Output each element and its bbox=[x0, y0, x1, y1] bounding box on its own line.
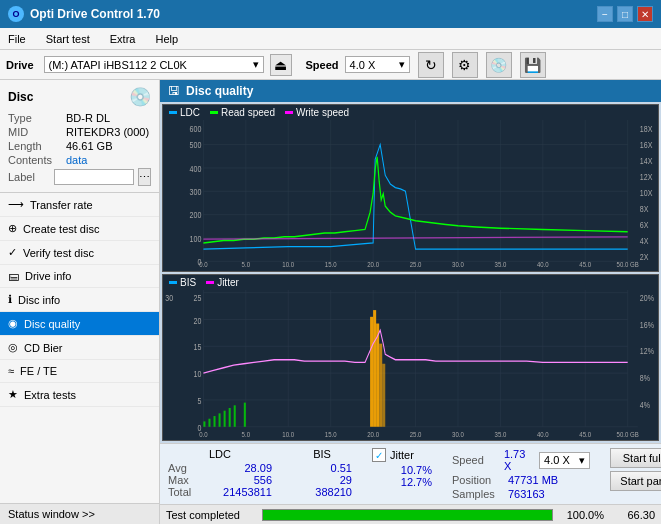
speed-select[interactable]: 4.0 X ▾ bbox=[345, 56, 410, 73]
disc-title: Disc bbox=[8, 90, 33, 104]
cd-bier-icon: ◎ bbox=[8, 341, 18, 354]
svg-text:15: 15 bbox=[194, 341, 202, 352]
disc-length-value: 46.61 GB bbox=[66, 140, 112, 152]
main-content: 🖫 Disc quality LDC Read speed bbox=[160, 80, 661, 524]
chart-title: Disc quality bbox=[186, 84, 253, 98]
progress-bar-fill bbox=[263, 510, 552, 520]
svg-text:10.0: 10.0 bbox=[282, 430, 294, 437]
speed-dropdown[interactable]: 4.0 X ▾ bbox=[539, 452, 590, 469]
samples-row: Samples 763163 bbox=[452, 488, 590, 500]
disc-label-browse-button[interactable]: ⋯ bbox=[138, 168, 151, 186]
svg-text:400: 400 bbox=[190, 164, 202, 174]
disc-contents-label: Contents bbox=[8, 154, 66, 166]
sidebar-item-fe-te[interactable]: ≈ FE / TE bbox=[0, 360, 159, 383]
progress-bar bbox=[262, 509, 553, 521]
drive-label: Drive bbox=[6, 59, 34, 71]
maximize-button[interactable]: □ bbox=[617, 6, 633, 22]
disc-type-label: Type bbox=[8, 112, 66, 124]
sidebar-item-transfer-rate[interactable]: ⟶ Transfer rate bbox=[0, 193, 159, 217]
lower-chart: BIS Jitter bbox=[162, 274, 659, 442]
nav-items: ⟶ Transfer rate ⊕ Create test disc ✓ Ver… bbox=[0, 193, 159, 503]
max-label: Max bbox=[168, 474, 206, 486]
window-controls: − □ ✕ bbox=[597, 6, 653, 22]
jitter-checkbox[interactable]: ✓ bbox=[372, 448, 386, 462]
sidebar-item-create-test-disc[interactable]: ⊕ Create test disc bbox=[0, 217, 159, 241]
disc-length-row: Length 46.61 GB bbox=[8, 140, 151, 152]
drive-settings-button[interactable]: ⚙ bbox=[452, 52, 478, 78]
svg-text:5: 5 bbox=[197, 394, 201, 405]
svg-text:16%: 16% bbox=[640, 318, 655, 329]
sidebar-item-extra-tests[interactable]: ★ Extra tests bbox=[0, 383, 159, 407]
menu-file[interactable]: File bbox=[4, 32, 30, 46]
svg-text:16X: 16X bbox=[640, 141, 653, 151]
transfer-rate-icon: ⟶ bbox=[8, 198, 24, 211]
legend-ldc: LDC bbox=[169, 107, 200, 118]
minimize-button[interactable]: − bbox=[597, 6, 613, 22]
position-label: Position bbox=[452, 474, 502, 486]
cd-bier-label: CD Bier bbox=[24, 342, 63, 354]
svg-text:100: 100 bbox=[190, 234, 202, 244]
speed-value: 4.0 X bbox=[350, 59, 376, 71]
sidebar-item-cd-bier[interactable]: ◎ CD Bier bbox=[0, 336, 159, 360]
bis-header: BIS bbox=[292, 448, 352, 460]
status-window-button[interactable]: Status window >> bbox=[0, 503, 159, 524]
menu-extra[interactable]: Extra bbox=[106, 32, 140, 46]
statusbar: Test completed 100.0% 66.30 bbox=[160, 504, 661, 524]
samples-value: 763163 bbox=[508, 488, 545, 500]
menu-help[interactable]: Help bbox=[151, 32, 182, 46]
sidebar-item-disc-info[interactable]: ℹ Disc info bbox=[0, 288, 159, 312]
legend-write-speed: Write speed bbox=[285, 107, 349, 118]
svg-rect-0 bbox=[163, 120, 658, 268]
chart-header: 🖫 Disc quality bbox=[160, 80, 661, 102]
drive-refresh-button[interactable]: ↻ bbox=[418, 52, 444, 78]
extra-tests-icon: ★ bbox=[8, 388, 18, 401]
svg-rect-88 bbox=[214, 416, 216, 427]
drive-info-icon: 🖴 bbox=[8, 270, 19, 282]
svg-rect-89 bbox=[219, 413, 221, 426]
drive-disc-button[interactable]: 💿 bbox=[486, 52, 512, 78]
sidebar-item-disc-quality[interactable]: ◉ Disc quality bbox=[0, 312, 159, 336]
sidebar-item-drive-info[interactable]: 🖴 Drive info bbox=[0, 265, 159, 288]
svg-text:45.0: 45.0 bbox=[579, 261, 591, 268]
svg-text:12X: 12X bbox=[640, 173, 653, 183]
titlebar-left: O Opti Drive Control 1.70 bbox=[8, 6, 160, 22]
svg-text:6X: 6X bbox=[640, 221, 649, 231]
svg-text:25.0: 25.0 bbox=[410, 430, 422, 437]
sidebar-item-verify-test-disc[interactable]: ✓ Verify test disc bbox=[0, 241, 159, 265]
ldc-total-value: 21453811 bbox=[212, 486, 272, 498]
ldc-dot bbox=[169, 111, 177, 114]
sidebar: Disc 💿 Type BD-R DL MID RITEKDR3 (000) L… bbox=[0, 80, 160, 524]
svg-text:5.0: 5.0 bbox=[242, 430, 250, 437]
upper-chart-legend: LDC Read speed Write speed bbox=[163, 105, 658, 120]
ldc-max-row: Max 556 bbox=[168, 474, 272, 486]
drive-select[interactable]: (M:) ATAPI iHBS112 2 CL0K ▾ bbox=[44, 56, 264, 73]
verify-test-disc-icon: ✓ bbox=[8, 246, 17, 259]
svg-text:25.0: 25.0 bbox=[410, 261, 422, 268]
start-part-button[interactable]: Start part bbox=[610, 471, 661, 491]
status-text: Test completed bbox=[166, 509, 256, 521]
start-full-button[interactable]: Start full bbox=[610, 448, 661, 468]
drive-save-button[interactable]: 💾 bbox=[520, 52, 546, 78]
total-label: Total bbox=[168, 486, 206, 498]
svg-text:35.0: 35.0 bbox=[495, 261, 507, 268]
disc-mid-row: MID RITEKDR3 (000) bbox=[8, 126, 151, 138]
svg-rect-97 bbox=[379, 343, 382, 426]
svg-text:30: 30 bbox=[165, 291, 173, 302]
verify-test-disc-label: Verify test disc bbox=[23, 247, 94, 259]
disc-type-value: BD-R DL bbox=[66, 112, 110, 124]
svg-text:30.0: 30.0 bbox=[452, 430, 464, 437]
progress-number: 66.30 bbox=[610, 509, 655, 521]
disc-label-label: Label bbox=[8, 171, 50, 183]
disc-label-input[interactable] bbox=[54, 169, 134, 185]
speed-label: Speed bbox=[452, 454, 498, 466]
svg-text:30.0: 30.0 bbox=[452, 261, 464, 268]
menu-start-test[interactable]: Start test bbox=[42, 32, 94, 46]
eject-button[interactable]: ⏏ bbox=[270, 54, 292, 76]
close-button[interactable]: ✕ bbox=[637, 6, 653, 22]
svg-rect-90 bbox=[224, 410, 226, 426]
svg-rect-93 bbox=[244, 402, 246, 426]
speed-row: Speed 1.73 X 4.0 X ▾ bbox=[452, 448, 590, 472]
svg-text:10.0: 10.0 bbox=[282, 261, 294, 268]
svg-text:5.0: 5.0 bbox=[242, 261, 251, 268]
ldc-column: LDC Avg 28.09 Max 556 Total 21453811 bbox=[168, 448, 272, 498]
